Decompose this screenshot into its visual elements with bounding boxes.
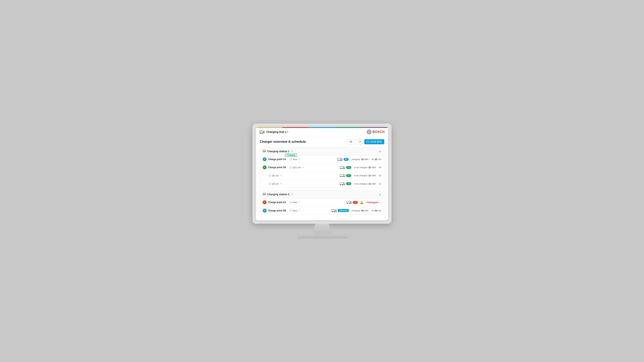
- cp-1b-kwh-unit-1: kWh: [372, 166, 376, 169]
- svg-rect-44: [346, 201, 350, 203]
- cp-1a-row: ⚡ Charge point 1A 🕐 Now ✎: [260, 156, 384, 164]
- station-1-info-icon[interactable]: ⓘ: [291, 150, 293, 153]
- monitor-base: [297, 234, 347, 239]
- cp-1b-row-2: 🕐 @1 pm ✎: [260, 172, 384, 180]
- cp-1b-time-remaining-3: -1h: [378, 183, 381, 185]
- station-2-collapse-button[interactable]: ∧: [378, 192, 381, 196]
- cp-1b-time-1: 🕐 @11 am ✎: [289, 166, 305, 169]
- cp-1b-edit-icon-1[interactable]: ✎: [302, 166, 304, 169]
- station-2-info-icon[interactable]: ⓘ: [291, 193, 293, 196]
- cp-2b-name: Charge point 2B: [268, 209, 289, 212]
- svg-point-53: [336, 211, 336, 212]
- date-btn-label: 23.02.2022: [370, 140, 382, 143]
- page-header: Charger overview & schedule All: [260, 139, 384, 144]
- svg-point-22: [341, 160, 342, 161]
- cp-1b-badge-3: 14: [346, 182, 351, 185]
- svg-point-20: [338, 160, 339, 161]
- cp-1a-charging-tag: Charging: [285, 154, 297, 157]
- cp-1b-clock-icon-1: 🕐: [289, 166, 292, 169]
- cp-1a-time-bold: 22: [375, 158, 377, 161]
- cp-2b-lightning-icon: ⚡: [263, 209, 266, 212]
- cp-2a-badge: 17: [353, 201, 358, 204]
- svg-point-15: [264, 151, 265, 152]
- svg-rect-49: [331, 209, 335, 211]
- svg-point-35: [340, 184, 341, 185]
- station-1-name: Charging station 1: [267, 150, 289, 153]
- cp-2a-vehicle: 17 🔔: [346, 200, 364, 204]
- cp-2b-external-tag: External: [338, 209, 348, 212]
- cp-1b-kwh-1: 22: [368, 166, 371, 169]
- svg-point-37: [344, 184, 345, 185]
- filter-select[interactable]: All: [347, 139, 363, 144]
- cp-2a-name: Charge point 2A: [268, 201, 289, 204]
- station-2-name: Charging station 2: [267, 193, 289, 196]
- cp-1a-kwh: 22: [361, 158, 364, 161]
- cp-2b-status-icon: ⚡: [263, 209, 266, 212]
- svg-point-48: [350, 203, 351, 204]
- charging-hub-icon: [260, 130, 265, 134]
- cp-2a-clock-icon: 🕐: [289, 201, 292, 204]
- cp-1a-time: 🕐 Now ✎: [289, 158, 305, 161]
- filters-area: All 23.02.2022: [347, 139, 384, 144]
- svg-point-27: [344, 168, 345, 169]
- cp-1b-badge-2: 17: [346, 174, 351, 177]
- svg-point-31: [342, 176, 343, 177]
- cp-1a-time-value: Now: [293, 158, 297, 161]
- cp-2a-time: 🕐 Now ✎: [289, 201, 305, 204]
- cp-1b-vehicle-2: 17: [340, 174, 351, 177]
- cp-1b-charge-label-3: to be charged:: [354, 183, 368, 185]
- svg-rect-8: [367, 141, 369, 143]
- cp-1a-time-pre: -2h: [371, 158, 374, 161]
- bosch-text: BOSCH: [372, 130, 384, 134]
- monitor-inner: Charging Hub 1 ▾ BOSCH: [256, 127, 388, 220]
- svg-rect-18: [337, 158, 341, 160]
- svg-point-47: [349, 203, 350, 204]
- cp-2b-clock-icon: 🕐: [289, 209, 292, 212]
- cp-1b-clock-icon-3: 🕐: [268, 182, 271, 185]
- cp-1a-clock-icon: 🕐: [289, 158, 292, 161]
- cp-1b-edit-icon-3[interactable]: ✎: [280, 182, 282, 185]
- cp-2a-unplugged-button[interactable]: Unplugged! →: [366, 201, 381, 203]
- station-1-collapse-button[interactable]: ∧: [378, 150, 381, 153]
- calendar-icon: [366, 140, 369, 143]
- cp-1b-edit-icon-2[interactable]: ✎: [280, 174, 282, 177]
- cp-2a-bell-icon: 🔔: [360, 200, 364, 204]
- svg-point-14: [263, 151, 264, 152]
- cp-1b-truck-icon-2: [340, 174, 345, 177]
- cp-2b-edit-icon[interactable]: ✎: [298, 209, 300, 212]
- cp-1b-container: ⚡ Charge point 1B 🕐 @11 am ✎: [260, 164, 384, 188]
- cp-1a-vehicle: 82: [337, 158, 348, 161]
- date-button[interactable]: 23.02.2022: [364, 139, 384, 144]
- monitor-wrapper: Charging Hub 1 ▾ BOSCH: [252, 124, 392, 239]
- cp-1b-time-1: -2h: [378, 166, 381, 169]
- cp-1a-edit-icon[interactable]: ✎: [298, 158, 300, 161]
- cp-2a-status-icon: ⚡: [263, 200, 266, 204]
- svg-point-46: [347, 203, 348, 204]
- cp-2a-unplugged-label: Unplugged!: [366, 201, 378, 203]
- cp-1a-charge-info: charging: 22 kWh -2h 22 min: [352, 158, 381, 161]
- cp-1b-kwh-3: 11: [368, 183, 371, 185]
- cp-2b-truck-icon: [331, 209, 337, 212]
- main-content: Charger overview & schedule All: [256, 136, 388, 220]
- cp-2b-row: ⚡ Charge point 2B 🕐 Now ✎: [260, 206, 384, 215]
- svg-point-26: [342, 168, 343, 169]
- cp-2a-edit-icon[interactable]: ✎: [298, 201, 300, 204]
- hub-title[interactable]: Charging Hub 1 ▾: [266, 130, 288, 134]
- cp-2a-row: ⚡ Charge point 2A 🕐 Now ✎: [260, 198, 384, 206]
- monitor-neck: [310, 224, 334, 234]
- svg-point-51: [332, 211, 333, 212]
- station-1-icon: [263, 150, 266, 153]
- cp-1a-name: Charge point 1A: [268, 158, 289, 161]
- cp-1b-time-value-1: @11 am: [293, 166, 301, 169]
- cp-2b-time-suf: min: [378, 209, 381, 212]
- svg-point-21: [340, 160, 341, 161]
- page-title: Charger overview & schedule: [260, 140, 306, 144]
- bosch-logo-circle: [367, 130, 371, 134]
- cp-1a-time-suf: min: [378, 158, 381, 161]
- cp-1a-truck-icon: [337, 158, 343, 161]
- cp-1b-time-2: 🕐 @1 pm ✎: [268, 174, 284, 177]
- cp-2b-time-pre: -4h: [371, 209, 374, 212]
- cp-2b-charge-info: charging: 40 kWh -4h 34 min: [352, 209, 381, 212]
- cp-1b-kwh-unit-2: kWh: [372, 174, 376, 177]
- svg-point-25: [340, 168, 341, 169]
